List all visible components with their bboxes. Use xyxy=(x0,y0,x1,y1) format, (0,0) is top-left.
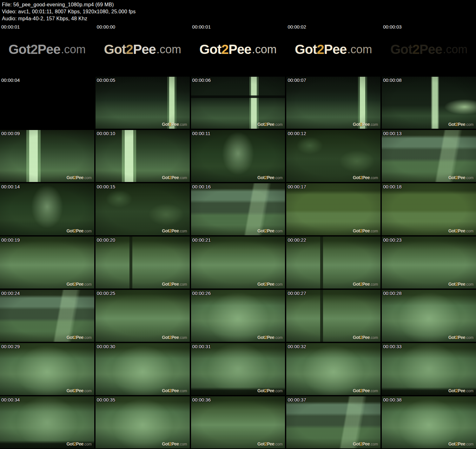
timestamp-label: 00:00:38 xyxy=(383,397,401,402)
brand-logo xyxy=(382,343,476,395)
watermark-text-com: .com xyxy=(370,229,378,233)
thumbnail-tile: 00:00:18 Got2Pee.com xyxy=(382,183,476,235)
watermark-text-got: Got xyxy=(448,388,456,393)
watermark-text-com: .com xyxy=(179,389,187,393)
watermark-text-com: .com xyxy=(274,229,282,233)
watermark-text-com: .com xyxy=(465,282,473,287)
brand-watermark-logo: Got2Pee.com xyxy=(257,121,282,127)
timestamp-label: 00:00:16 xyxy=(192,184,211,189)
watermark-text-2: 2 xyxy=(455,122,458,127)
watermark-text-com: .com xyxy=(274,389,282,393)
watermark-text-got: Got xyxy=(257,335,265,340)
watermark-text-got: Got xyxy=(353,335,360,340)
watermark-text-com: .com xyxy=(83,282,92,287)
timestamp-label: 00:00:02 xyxy=(288,24,306,29)
brand-text-got: Got xyxy=(9,42,30,57)
watermark-text-com: .com xyxy=(465,335,473,340)
brand-watermark-logo: Got2Pee.com xyxy=(353,335,378,340)
brand-watermark-logo: Got2Pee.com xyxy=(162,121,187,127)
thumbnail-tile: 00:00:30 Got2Pee.com xyxy=(96,343,190,395)
thumbnail-tile: 00:00:15 Got2Pee.com xyxy=(96,183,190,235)
file-info-line: File: 56_pee_good-evening_1080p.mp4 (69 … xyxy=(2,1,476,8)
watermark-text-got: Got xyxy=(66,441,74,446)
watermark-text-com: .com xyxy=(83,389,92,393)
brand-text-com: .com xyxy=(347,43,372,56)
watermark-text-got: Got xyxy=(162,122,169,127)
watermark-text-2: 2 xyxy=(360,441,362,446)
watermark-text-got: Got xyxy=(257,122,265,127)
brand-text-com: .com xyxy=(443,43,467,56)
brand-watermark-logo: Got2Pee.com xyxy=(353,441,378,447)
watermark-text-2: 2 xyxy=(360,388,362,393)
timestamp-label: 00:00:05 xyxy=(97,77,115,83)
watermark-text-pee: Pee xyxy=(267,122,274,127)
timestamp-label: 00:00:34 xyxy=(1,397,20,402)
thumbnail-tile: 00:00:05 Got2Pee.com xyxy=(96,77,190,129)
watermark-text-got: Got xyxy=(162,441,169,446)
watermark-text-2: 2 xyxy=(455,335,458,340)
brand-text-com: .com xyxy=(61,43,86,56)
brand-watermark-logo: Got2Pee.com xyxy=(162,175,187,180)
watermark-text-2: 2 xyxy=(265,228,267,233)
brand-watermark-logo: Got2Pee.com xyxy=(448,121,473,127)
thumbnail-tile: 00:00:12 Got2Pee.com xyxy=(286,130,380,182)
audio-info-line: Audio: mp4a-40-2, 157 Kbps, 48 Khz xyxy=(2,15,476,22)
brand-logo xyxy=(191,396,285,448)
watermark-text-2: 2 xyxy=(360,228,362,233)
watermark-text-pee: Pee xyxy=(458,122,465,127)
thumbnail-tile: 00:00:37 Got2Pee.com xyxy=(286,396,380,448)
watermark-text-2: 2 xyxy=(360,175,362,180)
brand-logo xyxy=(96,237,190,289)
watermark-text-2: 2 xyxy=(265,122,267,127)
watermark-text-2: 2 xyxy=(455,228,458,233)
thumbnail-tile: 00:00:29 Got2Pee.com xyxy=(0,343,94,395)
brand-logo xyxy=(0,290,94,342)
watermark-text-pee: Pee xyxy=(171,388,179,393)
watermark-text-2: 2 xyxy=(265,335,267,340)
watermark-text-pee: Pee xyxy=(458,335,465,340)
watermark-text-com: .com xyxy=(274,282,282,287)
watermark-text-got: Got xyxy=(162,175,169,180)
watermark-text-com: .com xyxy=(370,389,378,393)
watermark-text-got: Got xyxy=(162,388,169,393)
watermark-text-pee: Pee xyxy=(171,441,179,446)
watermark-text-com: .com xyxy=(274,176,282,180)
brand-logo xyxy=(191,237,285,289)
watermark-text-pee: Pee xyxy=(76,388,83,393)
watermark-text-com: .com xyxy=(370,176,378,180)
brand-logo xyxy=(191,290,285,342)
brand-logo xyxy=(191,183,285,235)
watermark-text-pee: Pee xyxy=(362,122,370,127)
brand-watermark-logo: Got2Pee.com xyxy=(353,281,378,287)
watermark-text-com: .com xyxy=(370,282,378,287)
brand-watermark-logo: Got2Pee.com xyxy=(66,335,91,340)
timestamp-label: 00:00:00 xyxy=(97,24,115,29)
watermark-text-pee: Pee xyxy=(362,282,370,287)
watermark-text-com: .com xyxy=(274,442,282,446)
timestamp-label: 00:00:25 xyxy=(97,290,115,296)
thumbnail-tile: 00:00:26 Got2Pee.com xyxy=(191,290,285,342)
brand-logo xyxy=(286,290,380,342)
video-info-line: Video: avc1, 00:01:11, 8007 Kbps, 1920x1… xyxy=(2,8,476,15)
brand-watermark-logo: Got2Pee.com xyxy=(66,441,91,447)
brand-watermark-logo: Got2Pee.com xyxy=(353,121,378,127)
watermark-text-got: Got xyxy=(257,441,265,446)
brand-text-pee: Pee xyxy=(324,42,347,57)
brand-logo xyxy=(0,396,94,448)
brand-logo xyxy=(191,130,285,182)
watermark-text-pee: Pee xyxy=(362,335,370,340)
watermark-text-pee: Pee xyxy=(76,175,83,180)
thumbnail-grid: 00:00:01 Got2Pee.com 00:00:00 Got2Pee.co… xyxy=(0,23,476,448)
watermark-text-got: Got xyxy=(162,335,169,340)
brand-logo xyxy=(96,130,190,182)
timestamp-label: 00:00:37 xyxy=(288,397,306,402)
watermark-text-got: Got xyxy=(257,388,265,393)
timestamp-label: 00:00:06 xyxy=(192,77,211,83)
watermark-text-com: .com xyxy=(274,122,282,127)
brand-watermark-logo: Got2Pee.com xyxy=(257,388,282,394)
brand-logo xyxy=(382,183,476,235)
timestamp-label: 00:00:35 xyxy=(97,397,115,402)
thumbnail-tile: 00:00:19 Got2Pee.com xyxy=(0,237,94,289)
watermark-text-pee: Pee xyxy=(171,175,179,180)
watermark-text-got: Got xyxy=(257,228,265,233)
